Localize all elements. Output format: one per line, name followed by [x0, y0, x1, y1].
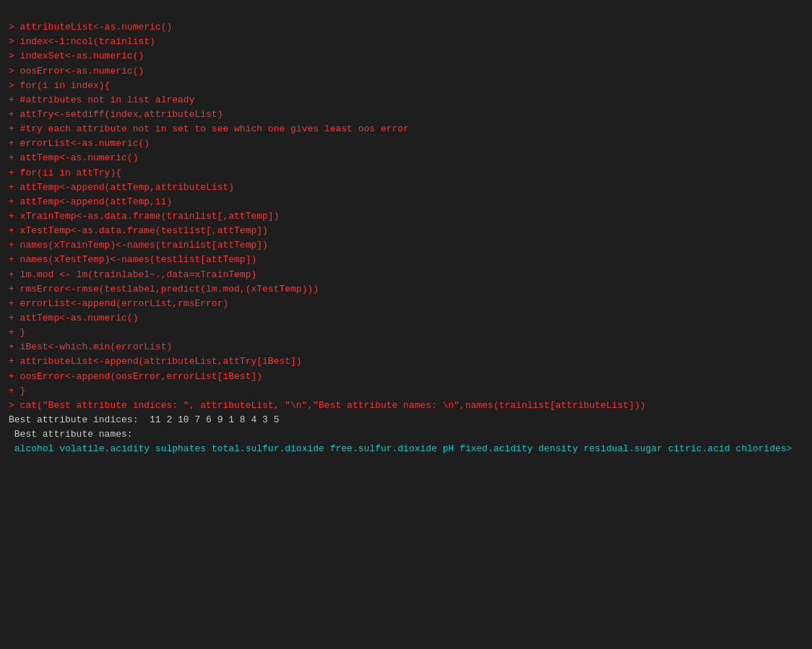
line-6: + #attributes not in list already	[9, 95, 194, 105]
line-27: > cat("Best attribute indices: ", attrib…	[9, 400, 646, 411]
line-26: + }	[9, 386, 25, 396]
line-2: > index<-1:ncol(trainlist)	[9, 36, 155, 47]
line-24: + attributeList<-append(attributeList,at…	[9, 356, 302, 367]
line-10: + attTemp<-as.numeric()	[9, 152, 138, 163]
line-28: Best attribute indices: 11 2 10 7 6 9 1 …	[9, 414, 279, 425]
line-3: > indexSet<-as.numeric()	[9, 51, 144, 61]
line-21: + attTemp<-as.numeric()	[9, 313, 138, 323]
line-12: + attTemp<-append(attTemp,attributeList)	[9, 182, 234, 193]
line-18: + lm.mod <- lm(trainlabel~.,data=xTrainT…	[9, 269, 256, 280]
line-14: + xTrainTemp<-as.data.frame(trainlist[,a…	[9, 211, 279, 222]
line-7: + attTry<-setdiff(index,attributeList)	[9, 109, 223, 120]
line-11: + for(ii in attTry){	[9, 167, 121, 178]
line-30: alcohol volatile.acidity sulphates total…	[9, 443, 792, 454]
line-23: + iBest<-which.min(errorList)	[9, 341, 172, 352]
line-17: + names(xTestTemp)<-names(testlist[attTe…	[9, 254, 256, 265]
console-output: > attributeList<-as.numeric() > index<-1…	[9, 6, 803, 456]
line-13: + attTemp<-append(attTemp,ii)	[9, 196, 172, 207]
line-9: + errorList<-as.numeric()	[9, 138, 150, 149]
line-29: Best attribute names:	[9, 429, 133, 440]
line-25: + oosError<-append(oosError,errorList[iB…	[9, 371, 262, 382]
line-4: > oosError<-as.numeric()	[9, 66, 144, 77]
line-8: + #try each attribute not in set to see …	[9, 123, 409, 134]
line-22: + }	[9, 327, 25, 338]
line-20: + errorList<-append(errorList,rmsError)	[9, 298, 228, 309]
line-19: + rmsError<-rmse(testlabel,predict(lm.mo…	[9, 284, 319, 295]
line-5: > for(i in index){	[9, 80, 110, 91]
line-16: + names(xTrainTemp)<-names(trainlist[att…	[9, 240, 268, 251]
line-15: + xTestTemp<-as.data.frame(testlist[,att…	[9, 225, 268, 236]
line-1: > attributeList<-as.numeric()	[9, 22, 172, 32]
